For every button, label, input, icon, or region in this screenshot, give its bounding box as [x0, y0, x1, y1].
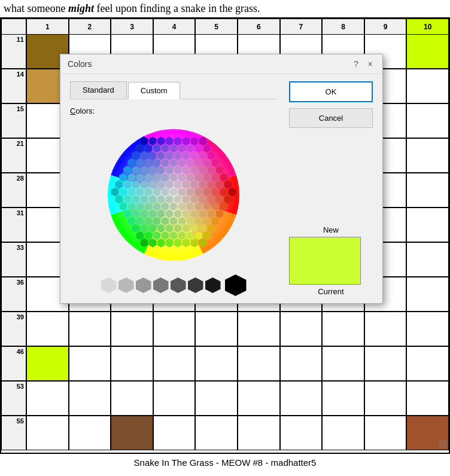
cell-11-10[interactable] [406, 34, 449, 69]
new-color-label: New [289, 225, 373, 234]
row-label-46: 46 [1, 346, 26, 381]
cell-46-1[interactable] [26, 346, 69, 381]
cell-39-1[interactable] [26, 312, 69, 346]
gray-1[interactable] [101, 277, 117, 293]
dialog-title: Colors [68, 59, 92, 69]
dialog-body: Standard Custom Colors: [60, 74, 382, 303]
cell-55-10[interactable] [406, 416, 449, 450]
cell-39-7[interactable] [280, 312, 323, 346]
dialog-right: OK Cancel New Current [289, 81, 373, 296]
cell-55-3[interactable] [111, 416, 153, 450]
cell-46-6[interactable] [238, 346, 280, 381]
cell-39-4[interactable] [153, 312, 196, 346]
cell-55-8[interactable] [322, 416, 364, 450]
gray-7[interactable] [205, 277, 221, 293]
gray-4[interactable] [153, 277, 169, 293]
cell-33-10[interactable] [406, 242, 449, 277]
col-header-4: 4 [153, 19, 196, 35]
cell-46-4[interactable] [153, 346, 196, 381]
cell-53-5[interactable] [195, 381, 238, 416]
row-label-14: 14 [1, 69, 26, 103]
cell-53-10[interactable] [406, 381, 449, 416]
dialog-tabs: Standard Custom [70, 81, 277, 99]
col-header-3: 3 [111, 19, 153, 35]
cell-53-4[interactable] [153, 381, 196, 416]
cell-55-4[interactable] [153, 416, 196, 450]
cell-53-3[interactable] [111, 381, 153, 416]
cell-55-6[interactable] [238, 416, 280, 450]
gray-3[interactable] [136, 277, 151, 293]
close-icon[interactable]: × [366, 59, 375, 69]
row-label-28: 28 [1, 173, 26, 208]
cell-53-1[interactable] [26, 381, 69, 416]
col-header-1: 1 [26, 19, 69, 35]
row-label-15: 15 [1, 103, 26, 138]
row-label-31: 31 [1, 208, 26, 242]
cell-53-6[interactable] [238, 381, 280, 416]
cell-46-7[interactable] [280, 346, 323, 381]
gray-selected[interactable] [225, 274, 247, 296]
cell-55-1[interactable] [26, 416, 69, 450]
tab-standard[interactable]: Standard [70, 81, 127, 99]
tab-custom[interactable]: Custom [128, 82, 180, 99]
col-header-2: 2 [69, 19, 111, 35]
colors-label: Colors: [70, 106, 277, 115]
cell-55-2[interactable] [69, 416, 111, 450]
cell-55-5[interactable] [195, 416, 238, 450]
cell-46-9[interactable] [364, 346, 407, 381]
cell-55-9[interactable] [364, 416, 407, 450]
cell-46-10[interactable] [406, 346, 449, 381]
col-header-5: 5 [195, 19, 238, 35]
col-header-empty [1, 19, 26, 35]
row-label-21: 21 [1, 138, 26, 173]
gray-2[interactable] [118, 277, 134, 293]
help-icon[interactable]: ? [351, 59, 361, 69]
cell-46-2[interactable] [69, 346, 111, 381]
cell-14-10[interactable] [406, 69, 449, 103]
ok-button[interactable]: OK [289, 81, 373, 102]
row-label-53: 53 [1, 381, 26, 416]
cell-53-8[interactable] [322, 381, 364, 416]
cell-53-7[interactable] [280, 381, 323, 416]
row-label-39: 39 [1, 312, 26, 346]
cell-39-6[interactable] [238, 312, 280, 346]
cancel-button[interactable]: Cancel [289, 108, 373, 128]
colors-dialog: Colors ? × Standard Custom Colors: [60, 54, 383, 304]
gray-6[interactable] [188, 277, 203, 293]
cell-36-10[interactable] [406, 277, 449, 312]
color-preview: New Current [289, 225, 373, 296]
cell-46-5[interactable] [195, 346, 238, 381]
top-text: what someone might feel upon finding a s… [0, 0, 450, 17]
grayscale-row [70, 274, 277, 296]
row-label-55: 55 [1, 416, 26, 450]
dialog-titlebar-buttons: ? × [351, 59, 375, 69]
col-header-9: 9 [364, 19, 407, 35]
cell-15-10[interactable] [406, 103, 449, 138]
cell-39-10[interactable] [406, 312, 449, 346]
row-label-33: 33 [1, 242, 26, 277]
row-label-11: 11 [1, 34, 26, 69]
hex-grid-overlay[interactable] [99, 120, 248, 273]
row-label-36: 36 [1, 277, 26, 312]
cell-53-2[interactable] [69, 381, 111, 416]
hex-color-picker[interactable] [99, 120, 248, 270]
bottom-text: Snake In The Grass - MEOW #8 - madhatter… [0, 454, 450, 471]
new-color-box [289, 237, 361, 285]
cell-28-10[interactable] [406, 173, 449, 208]
cell-53-9[interactable] [364, 381, 407, 416]
gray-5[interactable] [171, 277, 186, 293]
cell-46-8[interactable] [322, 346, 364, 381]
cell-39-3[interactable] [111, 312, 153, 346]
cell-39-8[interactable] [322, 312, 364, 346]
cell-31-10[interactable] [406, 208, 449, 242]
cell-39-2[interactable] [69, 312, 111, 346]
cell-39-5[interactable] [195, 312, 238, 346]
col-header-8: 8 [322, 19, 364, 35]
col-header-7: 7 [280, 19, 323, 35]
cell-55-7[interactable] [280, 416, 323, 450]
dialog-titlebar: Colors ? × [60, 54, 382, 74]
cell-39-9[interactable] [364, 312, 407, 346]
cell-46-3[interactable] [111, 346, 153, 381]
cell-r4-10[interactable] [406, 138, 449, 173]
current-color-label: Current [289, 287, 373, 296]
